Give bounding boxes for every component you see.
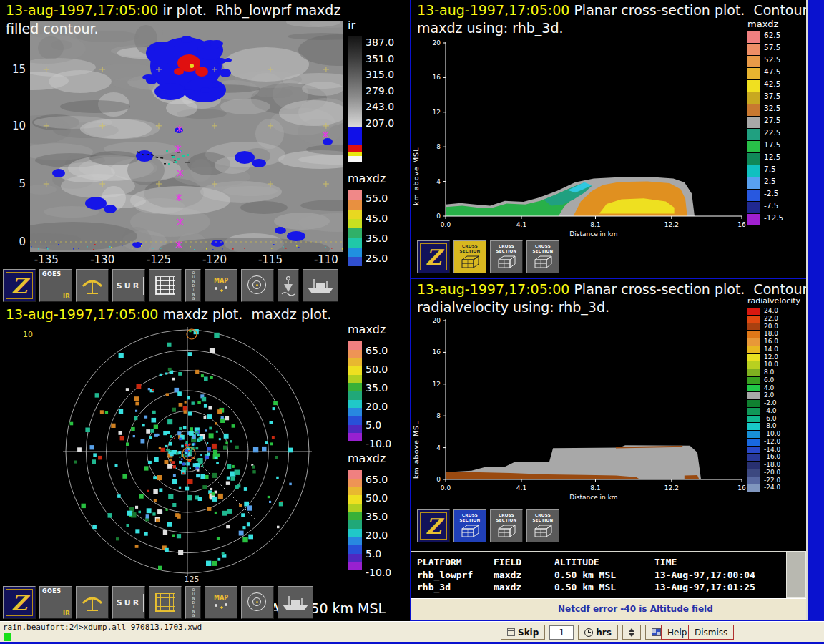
colorbar-tick: -6.0 [764,415,777,422]
colorbar-tick: 65.0 [366,345,388,356]
colorbar-tick: 12.0 [764,353,778,361]
ppi-radar-display[interactable]: 10-125 [4,326,345,586]
colorbar-tick: 6.0 [764,376,774,384]
cross-section-1-button[interactable]: CROSSSECTION [453,240,486,273]
xs2-timestamp: 13-aug-1997,17:05:00 [417,281,569,297]
cross-section-icon: CROSSSECTION [460,244,481,270]
column-header: ALTITUDE [554,557,599,567]
colorbar-cell [747,177,760,189]
colorbar-cell [747,31,760,43]
colorbar-tick: 55.0 [366,192,388,204]
radar-dish-icon [79,592,105,613]
maxdz-cross-section-plot[interactable]: 0481216200.04.18.112.216Distance in km [423,36,746,239]
time-step-input[interactable]: 1 [549,625,574,640]
longitude-label: -125 [182,575,200,584]
grid-button[interactable] [149,586,182,619]
colorbar-cell [348,495,362,504]
zebra-logo-icon: Z [418,241,449,273]
buoy-button[interactable] [278,269,299,302]
ppi-title-text: maxdz plot. maxdz plot. [158,306,331,322]
svg-text:0: 0 [436,213,441,220]
colorbar-cell [348,408,362,416]
colorbar-tick: 4.0 [764,384,774,391]
svg-text:12.2: 12.2 [664,221,679,228]
xs1-title-text: Planar cross-section plot. Contour of [569,2,806,18]
surface-button[interactable]: SUR [112,586,145,619]
colorbar-tick: -10.0 [366,438,391,449]
colorbar-tick: -7.5 [764,201,779,210]
grid-button[interactable] [149,269,182,302]
table-scrollbar[interactable] [786,551,806,598]
surface-button[interactable]: SUR [112,269,145,302]
cross-section-3-button[interactable]: CROSSSECTION [526,509,559,542]
zebra-logo-button[interactable]: Z [3,586,36,619]
cross-section-2-button[interactable]: CROSSSECTION [490,509,523,542]
colorbar-cell [348,228,362,238]
colorbar-tick: 5.0 [366,419,381,431]
colorbar-tick: 17.5 [764,140,780,149]
shell-prompt[interactable]: rain.beaufort:24>xdump.all 970813.1703.x… [3,623,202,632]
lon-tick: -125 [143,253,175,266]
platform-row[interactable]: rhb_lowprfmaxdz0.50 km MSL13-Aug-97,17:0… [411,570,786,581]
map-button[interactable]: MAP [205,269,237,302]
colorbar-tick: 2.5 [764,177,776,185]
velocity-cross-section-plot[interactable]: 0481216200.04.18.112.216Distance in km [423,313,746,505]
svg-text:Distance in km: Distance in km [569,230,617,238]
zebra-logo-button[interactable]: Z [3,269,36,302]
colorbar-tick: 24.0 [764,307,778,314]
cross-section-2-button[interactable]: CROSSSECTION [490,240,523,273]
colorbar-tick: -2.5 [764,189,779,197]
colorbar-cell [348,537,362,545]
colorbar-tick: 35.0 [366,511,388,522]
colorbar-cell [348,529,362,537]
range-rings-button[interactable] [241,586,274,619]
xs2-y-axis-label: km above MSL [412,353,420,479]
colorbar-cell [747,400,760,407]
colorbar-label: maxdz [747,19,778,29]
skip-button[interactable]: Skip [501,625,545,640]
lat-tick: 10 [7,119,26,132]
colorbar-tick: 22.0 [764,315,778,322]
cross-section-3-button[interactable]: CROSSSECTION [526,240,559,273]
colorbar-tick: 32.5 [764,104,780,112]
cross-section-cube-icon [496,255,516,270]
colorbar-cell [348,200,362,209]
colorbar-cell [348,358,362,366]
colorbar-label: maxdz [348,172,386,185]
column-header: FIELD [494,557,521,567]
goes-ir-button[interactable]: GOESIR [39,269,72,302]
goes-ir-button[interactable]: GOESIR [39,586,72,619]
zebra-logo-button[interactable]: Z [417,240,450,273]
svg-text:16: 16 [433,74,441,81]
colorbar-tick: 243.0 [366,101,394,112]
soundings-button[interactable]: SOUNDINGS [185,586,201,619]
platform-row[interactable]: rhb_3dmaxdz0.50 km MSL13-Aug-97,17:01:25 [411,582,786,593]
map-button[interactable]: MAP [205,586,237,619]
satellite-image[interactable] [30,21,343,252]
cross-section-1-button[interactable]: CROSSSECTION [453,509,486,542]
spinner-button[interactable] [622,625,641,640]
range-rings-button[interactable] [241,269,274,302]
colorbar-cell [348,425,362,434]
window-border [806,0,808,620]
ship-button[interactable] [278,586,313,619]
zebra-logo-button[interactable]: Z [417,509,450,542]
dismiss-button[interactable]: Dismiss [688,625,734,640]
ir-plot-title: 13-aug-1997,17:05:00 ir plot. Rhb_lowprf… [6,2,340,18]
svg-text:12: 12 [433,381,441,388]
radar-dish-button[interactable] [76,269,109,302]
colorbar-tick: -14.0 [764,446,780,453]
svg-text:4.1: 4.1 [516,484,526,492]
ship-button[interactable] [303,269,338,302]
colorbar-cell [747,477,760,484]
colorbar [348,470,362,570]
radar-dish-button[interactable] [76,586,109,619]
soundings-button[interactable]: SOUNDINGS [185,269,201,302]
colorbar-cell [348,190,362,200]
ir-timestamp: 13-aug-1997,17:05:00 [6,2,158,18]
cross-section-cube-icon [496,524,516,539]
colorbar-tick: -10.0 [366,567,391,578]
toolbar: ZGOESIRSURSOUNDINGSMAP [3,586,313,619]
hours-button[interactable]: hrs [578,625,618,640]
table-cell: rhb_lowprf [417,570,473,580]
